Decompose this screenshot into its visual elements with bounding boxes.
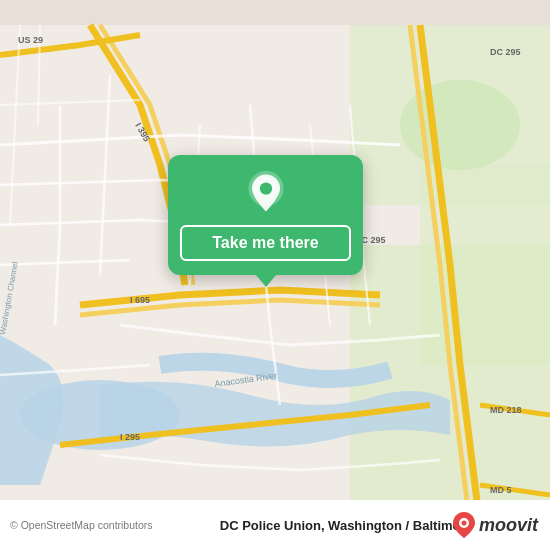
moovit-logo: moovit xyxy=(453,512,538,538)
take-me-there-button[interactable]: Take me there xyxy=(180,225,351,261)
map-container: US 29 DC 295 I 395 DC 295 I 695 I 295 MD… xyxy=(0,0,550,550)
svg-text:I 295: I 295 xyxy=(120,432,140,442)
svg-text:I 695: I 695 xyxy=(130,295,150,305)
svg-point-20 xyxy=(461,521,466,526)
attribution-text: © OpenStreetMap contributors xyxy=(10,519,153,531)
svg-text:MD 218: MD 218 xyxy=(490,405,522,415)
svg-text:MD 5: MD 5 xyxy=(490,485,512,495)
svg-text:US 29: US 29 xyxy=(18,35,43,45)
moovit-logo-text: moovit xyxy=(479,515,538,536)
svg-point-18 xyxy=(259,182,271,194)
svg-text:DC 295: DC 295 xyxy=(490,47,521,57)
moovit-pin-icon xyxy=(453,512,475,538)
popup-card: Take me there xyxy=(168,155,363,275)
bottom-bar: © OpenStreetMap contributors DC Police U… xyxy=(0,500,550,550)
location-pin-icon xyxy=(244,171,288,215)
